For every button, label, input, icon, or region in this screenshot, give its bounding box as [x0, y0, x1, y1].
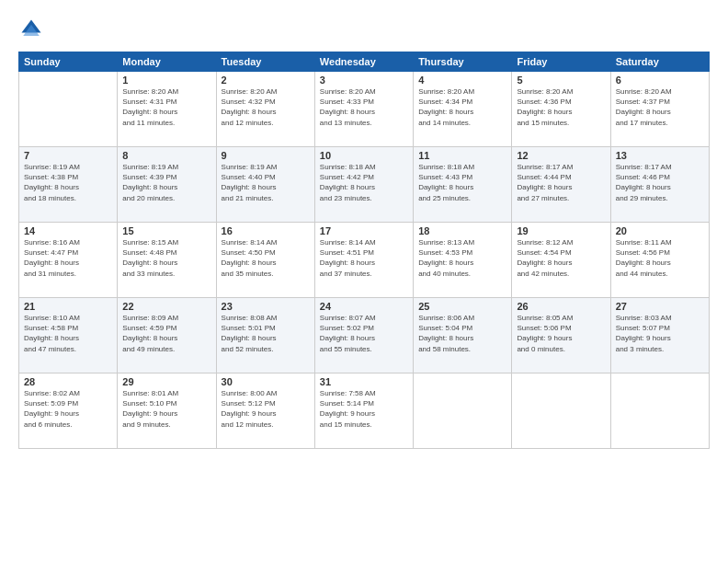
col-header-wednesday: Wednesday — [314, 52, 413, 72]
calendar-cell: 19Sunrise: 8:12 AM Sunset: 4:54 PM Dayli… — [512, 223, 610, 298]
calendar-cell: 15Sunrise: 8:15 AM Sunset: 4:48 PM Dayli… — [118, 223, 216, 298]
day-info: Sunrise: 8:18 AM Sunset: 4:42 PM Dayligh… — [320, 162, 408, 203]
header — [18, 17, 710, 42]
day-number: 12 — [517, 150, 605, 161]
calendar-cell: 6Sunrise: 8:20 AM Sunset: 4:37 PM Daylig… — [610, 72, 709, 147]
calendar-cell: 31Sunrise: 7:58 AM Sunset: 5:14 PM Dayli… — [314, 373, 413, 449]
calendar-cell — [19, 72, 118, 147]
calendar-table: SundayMondayTuesdayWednesdayThursdayFrid… — [18, 52, 710, 449]
day-info: Sunrise: 8:17 AM Sunset: 4:44 PM Dayligh… — [517, 162, 605, 203]
week-row-2: 7Sunrise: 8:19 AM Sunset: 4:38 PM Daylig… — [19, 147, 710, 223]
calendar-cell: 18Sunrise: 8:13 AM Sunset: 4:53 PM Dayli… — [414, 223, 512, 298]
day-number: 21 — [24, 301, 112, 312]
day-number: 2 — [222, 75, 310, 86]
calendar-cell: 20Sunrise: 8:11 AM Sunset: 4:56 PM Dayli… — [610, 223, 709, 298]
day-info: Sunrise: 8:07 AM Sunset: 5:02 PM Dayligh… — [320, 313, 408, 354]
calendar-cell: 17Sunrise: 8:14 AM Sunset: 4:51 PM Dayli… — [314, 223, 413, 298]
day-number: 10 — [320, 150, 408, 161]
day-number: 29 — [122, 376, 210, 387]
calendar-cell: 30Sunrise: 8:00 AM Sunset: 5:12 PM Dayli… — [216, 373, 314, 449]
calendar-page: SundayMondayTuesdayWednesdayThursdayFrid… — [0, 0, 728, 563]
day-info: Sunrise: 8:03 AM Sunset: 5:07 PM Dayligh… — [616, 313, 704, 354]
day-info: Sunrise: 8:20 AM Sunset: 4:31 PM Dayligh… — [122, 86, 210, 128]
calendar-cell: 28Sunrise: 8:02 AM Sunset: 5:09 PM Dayli… — [19, 373, 118, 449]
week-row-3: 14Sunrise: 8:16 AM Sunset: 4:47 PM Dayli… — [19, 223, 710, 298]
day-info: Sunrise: 8:19 AM Sunset: 4:39 PM Dayligh… — [122, 162, 210, 203]
day-number: 8 — [122, 150, 210, 161]
calendar-cell: 23Sunrise: 8:08 AM Sunset: 5:01 PM Dayli… — [216, 298, 314, 373]
col-header-sunday: Sunday — [19, 52, 118, 72]
day-number: 14 — [24, 225, 112, 236]
day-number: 9 — [222, 150, 310, 161]
calendar-cell: 21Sunrise: 8:10 AM Sunset: 4:58 PM Dayli… — [19, 298, 118, 373]
calendar-cell: 14Sunrise: 8:16 AM Sunset: 4:47 PM Dayli… — [19, 223, 118, 298]
day-info: Sunrise: 8:18 AM Sunset: 4:43 PM Dayligh… — [418, 162, 506, 203]
day-number: 22 — [122, 301, 210, 312]
calendar-cell: 11Sunrise: 8:18 AM Sunset: 4:43 PM Dayli… — [414, 147, 512, 223]
day-info: Sunrise: 8:13 AM Sunset: 4:53 PM Dayligh… — [418, 237, 506, 279]
logo-icon — [18, 17, 44, 42]
calendar-cell: 1Sunrise: 8:20 AM Sunset: 4:31 PM Daylig… — [118, 72, 216, 147]
day-number: 6 — [616, 75, 704, 86]
calendar-cell: 2Sunrise: 8:20 AM Sunset: 4:32 PM Daylig… — [216, 72, 314, 147]
day-info: Sunrise: 8:00 AM Sunset: 5:12 PM Dayligh… — [222, 388, 310, 430]
day-info: Sunrise: 8:14 AM Sunset: 4:50 PM Dayligh… — [222, 237, 310, 279]
day-number: 20 — [616, 225, 704, 236]
day-number: 16 — [222, 225, 310, 236]
calendar-cell: 29Sunrise: 8:01 AM Sunset: 5:10 PM Dayli… — [118, 373, 216, 449]
day-number: 11 — [418, 150, 506, 161]
day-info: Sunrise: 8:05 AM Sunset: 5:06 PM Dayligh… — [517, 313, 605, 354]
calendar-cell: 24Sunrise: 8:07 AM Sunset: 5:02 PM Dayli… — [314, 298, 413, 373]
day-info: Sunrise: 8:17 AM Sunset: 4:46 PM Dayligh… — [616, 162, 704, 203]
day-number: 15 — [122, 225, 210, 236]
day-info: Sunrise: 8:16 AM Sunset: 4:47 PM Dayligh… — [24, 237, 112, 279]
logo — [18, 17, 48, 42]
calendar-cell: 12Sunrise: 8:17 AM Sunset: 4:44 PM Dayli… — [512, 147, 610, 223]
day-info: Sunrise: 8:20 AM Sunset: 4:32 PM Dayligh… — [222, 86, 310, 128]
day-info: Sunrise: 8:11 AM Sunset: 4:56 PM Dayligh… — [616, 237, 704, 279]
day-info: Sunrise: 8:01 AM Sunset: 5:10 PM Dayligh… — [122, 388, 210, 430]
day-number: 4 — [418, 75, 506, 86]
day-number: 1 — [122, 75, 210, 86]
day-info: Sunrise: 8:20 AM Sunset: 4:34 PM Dayligh… — [418, 86, 506, 128]
day-info: Sunrise: 8:02 AM Sunset: 5:09 PM Dayligh… — [24, 388, 112, 430]
week-row-1: 1Sunrise: 8:20 AM Sunset: 4:31 PM Daylig… — [19, 72, 710, 147]
day-number: 18 — [418, 225, 506, 236]
calendar-cell: 4Sunrise: 8:20 AM Sunset: 4:34 PM Daylig… — [414, 72, 512, 147]
col-header-monday: Monday — [118, 52, 216, 72]
day-number: 19 — [517, 225, 605, 236]
day-number: 24 — [320, 301, 408, 312]
calendar-cell: 8Sunrise: 8:19 AM Sunset: 4:39 PM Daylig… — [118, 147, 216, 223]
calendar-cell — [414, 373, 512, 449]
day-info: Sunrise: 8:20 AM Sunset: 4:36 PM Dayligh… — [517, 86, 605, 128]
day-info: Sunrise: 8:12 AM Sunset: 4:54 PM Dayligh… — [517, 237, 605, 279]
calendar-cell: 16Sunrise: 8:14 AM Sunset: 4:50 PM Dayli… — [216, 223, 314, 298]
calendar-cell: 5Sunrise: 8:20 AM Sunset: 4:36 PM Daylig… — [512, 72, 610, 147]
calendar-cell: 10Sunrise: 8:18 AM Sunset: 4:42 PM Dayli… — [314, 147, 413, 223]
day-info: Sunrise: 8:08 AM Sunset: 5:01 PM Dayligh… — [222, 313, 310, 354]
day-number: 5 — [517, 75, 605, 86]
calendar-cell — [512, 373, 610, 449]
calendar-cell: 25Sunrise: 8:06 AM Sunset: 5:04 PM Dayli… — [414, 298, 512, 373]
day-number: 26 — [517, 301, 605, 312]
calendar-cell — [610, 373, 709, 449]
day-info: Sunrise: 8:10 AM Sunset: 4:58 PM Dayligh… — [24, 313, 112, 354]
day-info: Sunrise: 7:58 AM Sunset: 5:14 PM Dayligh… — [320, 388, 408, 430]
day-number: 30 — [222, 376, 310, 387]
day-info: Sunrise: 8:19 AM Sunset: 4:38 PM Dayligh… — [24, 162, 112, 203]
day-info: Sunrise: 8:15 AM Sunset: 4:48 PM Dayligh… — [122, 237, 210, 279]
day-number: 25 — [418, 301, 506, 312]
calendar-cell: 13Sunrise: 8:17 AM Sunset: 4:46 PM Dayli… — [610, 147, 709, 223]
day-number: 13 — [616, 150, 704, 161]
calendar-cell: 26Sunrise: 8:05 AM Sunset: 5:06 PM Dayli… — [512, 298, 610, 373]
header-row: SundayMondayTuesdayWednesdayThursdayFrid… — [19, 52, 710, 72]
calendar-cell: 27Sunrise: 8:03 AM Sunset: 5:07 PM Dayli… — [610, 298, 709, 373]
day-info: Sunrise: 8:09 AM Sunset: 4:59 PM Dayligh… — [122, 313, 210, 354]
day-info: Sunrise: 8:06 AM Sunset: 5:04 PM Dayligh… — [418, 313, 506, 354]
day-number: 23 — [222, 301, 310, 312]
day-number: 17 — [320, 225, 408, 236]
day-number: 27 — [616, 301, 704, 312]
col-header-saturday: Saturday — [610, 52, 709, 72]
calendar-cell: 22Sunrise: 8:09 AM Sunset: 4:59 PM Dayli… — [118, 298, 216, 373]
day-info: Sunrise: 8:20 AM Sunset: 4:33 PM Dayligh… — [320, 86, 408, 128]
